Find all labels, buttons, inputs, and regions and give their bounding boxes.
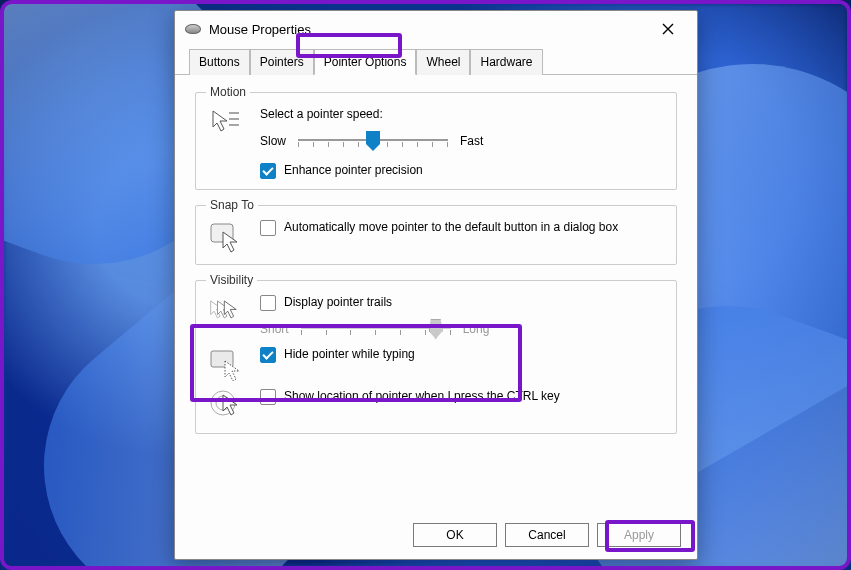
tab-wheel[interactable]: Wheel (416, 49, 470, 75)
long-label: Long (463, 322, 490, 336)
enhance-precision-checkbox[interactable] (260, 163, 276, 179)
snap-to-label: Automatically move pointer to the defaul… (284, 220, 618, 234)
pointer-speed-slider[interactable] (298, 131, 448, 151)
hide-typing-icon (209, 347, 243, 381)
group-motion: Motion Select a pointer speed: Slow (195, 85, 677, 190)
tab-label: Pointer Options (324, 55, 407, 69)
enhance-precision-label: Enhance pointer precision (284, 163, 423, 177)
tab-label: Wheel (426, 55, 460, 69)
mouse-properties-dialog: Mouse Properties Buttons Pointers Pointe… (174, 10, 698, 560)
cancel-button[interactable]: Cancel (505, 523, 589, 547)
mouse-icon (185, 24, 201, 34)
tab-bar: Buttons Pointers Pointer Options Wheel H… (175, 49, 697, 75)
pointer-trails-checkbox[interactable] (260, 295, 276, 311)
hide-typing-checkbox[interactable] (260, 347, 276, 363)
apply-button[interactable]: Apply (597, 523, 681, 547)
snap-to-checkbox[interactable] (260, 220, 276, 236)
tab-pointer-options[interactable]: Pointer Options (314, 49, 417, 75)
tab-label: Hardware (480, 55, 532, 69)
ok-button[interactable]: OK (413, 523, 497, 547)
tab-label: Buttons (199, 55, 240, 69)
tab-label: Pointers (260, 55, 304, 69)
hide-typing-label: Hide pointer while typing (284, 347, 415, 361)
group-legend: Snap To (206, 198, 258, 212)
tab-pointers[interactable]: Pointers (250, 49, 314, 75)
tab-hardware[interactable]: Hardware (470, 49, 542, 75)
ctrl-locate-checkbox[interactable] (260, 389, 276, 405)
close-icon (662, 23, 674, 35)
group-legend: Motion (206, 85, 250, 99)
close-button[interactable] (649, 15, 687, 43)
titlebar: Mouse Properties (175, 11, 697, 47)
group-legend: Visibility (206, 273, 257, 287)
pointer-trails-icon (209, 295, 243, 329)
tab-buttons[interactable]: Buttons (189, 49, 250, 75)
tab-content: Motion Select a pointer speed: Slow (175, 75, 697, 515)
pointer-trails-slider (301, 319, 451, 339)
ctrl-locate-label: Show location of pointer when I press th… (284, 389, 560, 403)
short-label: Short (260, 322, 289, 336)
button-row: OK Cancel Apply (175, 515, 697, 559)
fast-label: Fast (460, 134, 483, 148)
slow-label: Slow (260, 134, 286, 148)
pointer-speed-icon (209, 107, 243, 141)
ctrl-locate-icon (209, 389, 243, 423)
group-snap-to: Snap To Automatically move pointer to th… (195, 198, 677, 265)
group-visibility: Visibility Display pointer trails (195, 273, 677, 434)
dialog-title: Mouse Properties (209, 22, 311, 37)
snap-to-icon (209, 220, 243, 254)
pointer-trails-label: Display pointer trails (284, 295, 392, 309)
pointer-speed-label: Select a pointer speed: (260, 107, 664, 121)
